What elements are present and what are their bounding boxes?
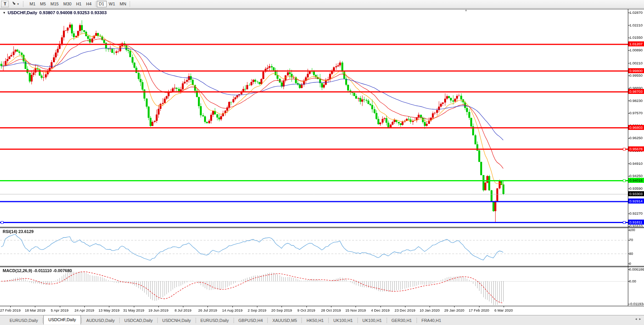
timeframe-button-w1[interactable]: W1 [107,1,118,7]
date-tick-label: 24 Apr 2019 [71,308,98,312]
toolbar-grip[interactable] [23,1,25,7]
tab-scroll-left-icon[interactable]: ◂ [635,317,637,321]
price-tick-label: 1.00210 [629,61,644,66]
date-tick-label: 27 Feb 2019 [0,308,24,312]
price-tick-label: 0.93590 [629,186,644,191]
symbol-title: USDCHF,Daily [8,10,37,15]
text-tool-button[interactable]: T [1,1,9,7]
tab-separator [267,318,268,323]
date-tick-label: 31 May 2019 [120,308,147,312]
hline-price-label: 0.96803 [628,125,644,130]
chart-tab-hk50-8[interactable]: HK50,H1 [302,317,328,324]
chart-area: ▼ USDCHF,Daily 0.93807 0.94008 0.93253 0… [0,8,644,315]
hline-price-label: 0.94016 [628,178,644,183]
chart-tab-uk100-10[interactable]: UK100,H1 [358,317,386,324]
toolbar-separator [95,1,96,7]
price-tick-label: 0.94910 [629,161,644,166]
hline-price-label: 0.99800 [628,68,644,73]
date-tick-label: 15 Nov 2019 [342,308,369,312]
tab-bar: EURUSD,DailyUSDCHF,DailyAUDUSD,DailyUSDC… [0,315,644,325]
timeframe-button-m1[interactable]: M1 [27,1,38,7]
macd-indicator-label: MACD(12,26,9) -0.011110 -0.007680 [3,268,72,273]
current-price-label: 0.93303 [628,191,644,196]
chart-tab-xauusd-7[interactable]: XAUUSD,M5 [268,317,301,324]
date-tick-label: 4 Dec 2019 [367,308,394,312]
tab-separator [43,318,43,323]
tab-separator [196,318,196,323]
date-tick-label: 23 Dec 2019 [392,308,418,312]
timeframe-button-mn[interactable]: MN [117,1,128,7]
tab-separator [301,318,302,323]
date-tick-label: 9 Oct 2019 [293,308,320,312]
tab-separator [328,318,329,323]
price-tick-label: 0.97570 [629,111,644,115]
chart-tab-ger30-11[interactable]: GER30,H1 [387,317,416,324]
price-tick-label: 1.00890 [629,48,644,53]
chart-shift-marker-icon[interactable]: ▲ [464,8,468,12]
date-tick-label: 2 Sep 2019 [244,308,270,312]
date-tick-label: 17 Feb 2020 [466,308,492,312]
tab-separator [357,318,358,323]
hline-price-label: 1.01207 [628,41,644,46]
date-tick-label: 20 Sep 2019 [268,308,295,312]
timeframe-button-h1[interactable]: H1 [74,1,84,7]
mt4-window: T ▾ M1M5M15M30H1H4D1W1MN ▼ USDCHF,Daily … [0,0,644,325]
ohlc-values: 0.93807 0.94008 0.93253 0.93303 [39,10,107,15]
arrange-arrows-button[interactable]: ▾ [10,1,21,7]
price-tick-label: 1.01550 [629,35,644,40]
chart-canvas[interactable] [0,8,644,315]
date-tick-label: 8 Jul 2019 [170,308,196,312]
rsi-scale-label: 0 [629,261,644,266]
macd-scale-label: 0.00 [629,279,644,284]
chart-tab-uk100-9[interactable]: UK100,H1 [329,317,357,324]
date-tick-label: 26 Jul 2019 [194,308,221,312]
timeframe-button-m30[interactable]: M30 [61,1,74,7]
tab-scroll-right-icon[interactable]: ▸ [639,317,641,321]
toolbar-separator [130,1,130,7]
rsi-scale-label: 30 [629,251,644,256]
chevron-down-icon: ▾ [17,2,19,6]
timeframe-group: M1M5M15M30H1H4D1W1MN [27,1,131,7]
price-tick-label: 0.92270 [629,211,644,216]
price-tick-label: 0.99550 [629,73,644,78]
tab-separator [417,318,417,323]
chart-symbol-header[interactable]: ▼ USDCHF,Daily 0.93807 0.94008 0.93253 0… [3,10,107,15]
chart-tab-eurusd-5[interactable]: EURUSD,Daily [196,317,233,324]
tab-nav-buttons: ◂ ▸ [635,317,641,321]
date-tick-label: 10 Jan 2020 [416,308,443,312]
date-tick-label: 5 Apr 2019 [46,308,73,312]
chart-tab-audusd-2[interactable]: AUDUSD,Daily [82,317,119,324]
date-tick-label: 18 Mar 2019 [21,308,48,312]
rsi-scale-label: 70 [629,238,644,242]
timeframe-button-m5[interactable]: M5 [38,1,48,7]
chart-tab-usdcad-3[interactable]: USDCAD,Daily [120,317,157,324]
chart-tab-fra40-12[interactable]: FRA40,H1 [417,317,445,324]
chart-tab-gbpusd-6[interactable]: GBPUSD,H4 [234,317,267,324]
timeframe-button-d1[interactable]: D1 [97,1,107,7]
chart-tab-usdchf-1[interactable]: USDCHF,Daily [43,315,81,325]
price-tick-label: 1.02210 [629,23,644,28]
price-tick-label: 0.96250 [629,136,644,140]
tab-separator [119,318,120,323]
date-tick-label: 13 May 2019 [96,308,122,312]
timeframe-button-m15[interactable]: M15 [48,1,61,7]
date-tick-label: 28 Oct 2019 [318,308,344,312]
collapse-triangle-icon[interactable]: ▼ [3,11,6,15]
tab-separator [157,318,158,323]
date-tick-label: 19 Jun 2019 [145,308,172,312]
macd-scale-label: 0.006186 [629,267,644,272]
tab-separator [81,318,82,323]
chart-tab-usdcnh-4[interactable]: USDCNH,Daily [158,317,195,324]
price-tick-label: 0.98230 [629,98,644,103]
date-tick-label: 14 Aug 2019 [219,308,246,312]
tab-separator [234,318,234,323]
macd-scale-label: -0.011934 [629,302,644,306]
hline-price-label: 0.91811 [628,220,644,225]
tab-separator [387,318,387,323]
hline-price-label: 0.92914 [628,199,644,204]
chart-tab-eurusd-0[interactable]: EURUSD,Daily [5,317,42,324]
date-tick-label: 29 Jan 2020 [441,308,468,312]
timeframe-button-h4[interactable]: H4 [84,1,94,7]
double-arrow-icon [12,1,16,7]
rsi-scale-label: 100 [629,228,644,232]
